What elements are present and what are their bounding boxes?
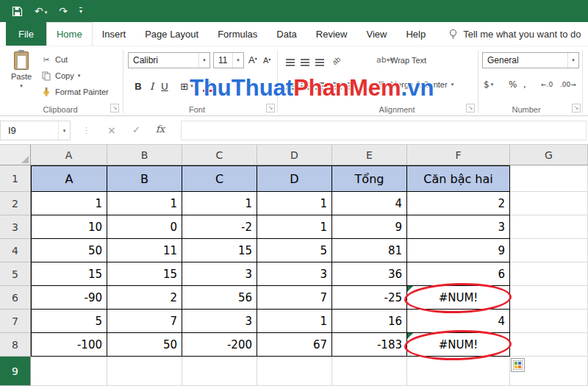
row-header-5[interactable]: 5: [0, 262, 31, 286]
cell-B3[interactable]: 0: [107, 215, 182, 239]
font-name-combobox[interactable]: Calibri ▾: [128, 52, 210, 68]
cell-D2[interactable]: 1: [257, 192, 332, 215]
tab-insert[interactable]: Insert: [93, 22, 136, 46]
cell-A1[interactable]: A: [31, 165, 107, 192]
orientation-button[interactable]: ab: [331, 55, 343, 67]
cell-A5[interactable]: 15: [31, 262, 107, 286]
column-header-C[interactable]: C: [182, 145, 257, 165]
cell-G6[interactable]: [510, 286, 588, 310]
cell-E6[interactable]: -25: [332, 286, 407, 310]
number-format-combobox[interactable]: General ▾: [482, 52, 579, 68]
cell-E9[interactable]: [332, 357, 407, 386]
formula-input[interactable]: [181, 121, 587, 140]
cell-C8[interactable]: -200: [182, 333, 257, 357]
cell-B4[interactable]: 11: [107, 239, 182, 262]
cell-B5[interactable]: 15: [107, 262, 182, 286]
tab-home[interactable]: Home: [46, 22, 93, 46]
cell-A8[interactable]: -100: [31, 333, 107, 357]
paste-button[interactable]: Paste ▾: [4, 49, 38, 105]
tab-help[interactable]: Help: [396, 22, 435, 46]
cell-E2[interactable]: 4: [332, 192, 407, 215]
quick-analysis-button[interactable]: [511, 358, 525, 372]
tab-page-layout[interactable]: Page Layout: [135, 22, 208, 46]
row-header-3[interactable]: 3: [0, 215, 31, 239]
cell-A9[interactable]: [31, 357, 107, 386]
cell-D3[interactable]: 1: [257, 215, 332, 239]
undo-button[interactable]: ↶ ▾: [35, 6, 47, 16]
cell-C4[interactable]: 15: [182, 239, 257, 262]
cell-A4[interactable]: 50: [31, 239, 107, 262]
column-header-F[interactable]: F: [407, 145, 510, 165]
cell-F3[interactable]: 3: [407, 215, 510, 239]
cell-A2[interactable]: 1: [31, 192, 107, 215]
enter-icon[interactable]: ✓: [132, 124, 140, 135]
font-size-combobox[interactable]: 11 ▾: [213, 52, 244, 68]
cell-D8[interactable]: 67: [257, 333, 332, 357]
tell-me-search[interactable]: Tell me what you want to do: [448, 22, 581, 46]
cell-C6[interactable]: 56: [182, 286, 257, 310]
cell-B1[interactable]: B: [107, 165, 182, 192]
clipboard-dialog-launcher[interactable]: ↘: [110, 104, 119, 112]
cell-B6[interactable]: 2: [107, 286, 182, 310]
tab-formulas[interactable]: Formulas: [208, 22, 267, 46]
cell-B2[interactable]: 1: [107, 192, 182, 215]
save-button[interactable]: [12, 6, 23, 17]
cell-D6[interactable]: 7: [257, 286, 332, 310]
cell-D7[interactable]: 1: [257, 310, 332, 333]
tab-file[interactable]: File: [6, 22, 46, 46]
cell-G5[interactable]: [510, 262, 588, 286]
cancel-icon[interactable]: ×: [107, 124, 116, 136]
row-header-1[interactable]: 1: [0, 165, 31, 192]
cell-B9[interactable]: [107, 357, 182, 386]
cell-D5[interactable]: 3: [257, 262, 332, 286]
number-dialog-launcher[interactable]: ↘: [572, 104, 581, 112]
increase-font-size-button[interactable]: A ▴: [248, 54, 257, 65]
cell-E8[interactable]: -183: [332, 333, 407, 357]
top-align-button[interactable]: [284, 56, 297, 69]
row-header-6[interactable]: 6: [0, 286, 31, 310]
cell-C3[interactable]: -2: [182, 215, 257, 239]
cell-C1[interactable]: C: [182, 165, 257, 192]
row-header-8[interactable]: 8: [0, 333, 31, 357]
row-header-9[interactable]: 9: [0, 357, 31, 386]
bold-button[interactable]: B: [132, 79, 144, 93]
percent-style-button[interactable]: %: [509, 79, 517, 90]
format-painter-button[interactable]: Format Painter: [41, 85, 109, 99]
cell-E3[interactable]: 9: [332, 215, 407, 239]
column-header-G[interactable]: G: [510, 145, 588, 165]
cell-D4[interactable]: 5: [257, 239, 332, 262]
copy-button[interactable]: Copy ▾: [41, 68, 80, 83]
wrap-text-button[interactable]: ab↩ Wrap Text: [376, 55, 426, 65]
cell-C7[interactable]: 3: [182, 310, 257, 333]
cell-A6[interactable]: -90: [31, 286, 107, 310]
formula-bar-handle-icon[interactable]: ⋮: [82, 126, 90, 135]
row-header-7[interactable]: 7: [0, 310, 31, 333]
cell-E7[interactable]: 16: [332, 310, 407, 333]
cell-F9[interactable]: [407, 357, 510, 386]
cell-E1[interactable]: Tổng: [332, 165, 407, 192]
cell-F2[interactable]: 2: [407, 192, 510, 215]
decrease-font-size-button[interactable]: A ▾: [263, 56, 270, 65]
insert-function-icon[interactable]: fx: [156, 124, 165, 135]
cell-A7[interactable]: 5: [31, 310, 107, 333]
underline-button[interactable]: U: [159, 79, 170, 93]
cell-G7[interactable]: [510, 310, 588, 333]
italic-button[interactable]: I: [147, 79, 157, 93]
name-box[interactable]: I9 ▾: [0, 121, 71, 140]
font-dialog-launcher[interactable]: ↘: [266, 104, 275, 112]
decrease-decimal-button[interactable]: .00→: [560, 81, 576, 88]
cell-B8[interactable]: 50: [107, 333, 182, 357]
customize-quick-access-button[interactable]: ▾: [79, 7, 82, 15]
column-header-B[interactable]: B: [107, 145, 182, 165]
cell-B7[interactable]: 7: [107, 310, 182, 333]
cut-button[interactable]: ✂ Cut: [41, 52, 68, 67]
cell-A3[interactable]: 10: [31, 215, 107, 239]
cell-C9[interactable]: [182, 357, 257, 386]
cell-E4[interactable]: 81: [332, 239, 407, 262]
cell-F1[interactable]: Căn bậc hai: [407, 165, 510, 192]
middle-align-button[interactable]: [298, 56, 312, 69]
column-header-A[interactable]: A: [31, 145, 107, 165]
cell-D1[interactable]: D: [257, 165, 332, 192]
cell-D9[interactable]: [257, 357, 332, 386]
select-all-button[interactable]: [0, 145, 31, 165]
